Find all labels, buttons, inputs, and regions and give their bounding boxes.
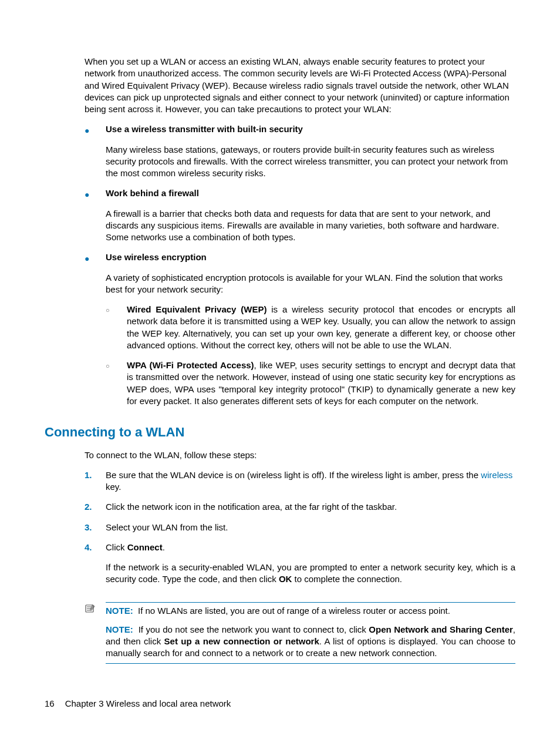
- step-number: 2.: [85, 501, 106, 513]
- intro-paragraph: When you set up a WLAN or access an exis…: [85, 56, 515, 115]
- sub-item-body: Wired Equivalent Privacy (WEP) is a wire…: [127, 304, 515, 351]
- step-body: Select your WLAN from the list.: [106, 522, 515, 533]
- list-item: 4. Click Connect. If the network is a se…: [85, 542, 515, 594]
- sub-item-bold: WPA (Wi-Fi Protected Access): [127, 360, 254, 370]
- list-item: ○ WPA (Wi-Fi Protected Access), like WEP…: [106, 359, 515, 407]
- section-heading: Connecting to a WLAN: [45, 424, 515, 441]
- step-number: 3.: [85, 522, 106, 533]
- step1-post: key.: [106, 482, 121, 492]
- note-content: NOTE: If no WLANs are listed, you are ou…: [106, 602, 515, 664]
- connect-label: Connect: [127, 542, 163, 552]
- note2-pre: If you do not see the network you want t…: [139, 624, 369, 634]
- list-item: ● Use wireless encryption A variety of s…: [85, 251, 515, 407]
- bullet-title: Use a wireless transmitter with built-in…: [106, 123, 515, 135]
- bullet-title: Work behind a firewall: [106, 187, 515, 199]
- step1-pre: Be sure that the WLAN device is on (wire…: [106, 470, 481, 480]
- circle-bullet-icon: ○: [106, 359, 127, 407]
- step-number: 4.: [85, 542, 106, 594]
- list-item: ● Use a wireless transmitter with built-…: [85, 123, 515, 179]
- document-page: When you set up a WLAN or access an exis…: [0, 0, 560, 746]
- list-item: 2. Click the network icon in the notific…: [85, 501, 515, 513]
- list-item: 3. Select your WLAN from the list.: [85, 522, 515, 533]
- bullet-content: Use wireless encryption A variety of sop…: [106, 251, 515, 407]
- ok-label: OK: [279, 574, 292, 584]
- bullet-content: Use a wireless transmitter with built-in…: [106, 123, 515, 179]
- step-body: Click the network icon in the notificati…: [106, 501, 515, 513]
- step-number: 1.: [85, 469, 106, 493]
- note-label: NOTE:: [106, 606, 133, 616]
- step4-extra-post: to complete the connection.: [292, 574, 402, 584]
- sub-item-body: WPA (Wi-Fi Protected Access), like WEP, …: [127, 359, 515, 407]
- bullet-body-text: A firewall is a barrier that checks both…: [106, 208, 515, 244]
- list-item: ○ Wired Equivalent Privacy (WEP) is a wi…: [106, 304, 515, 351]
- intro-text: When you set up a WLAN or access an exis…: [85, 56, 515, 115]
- note1-text: If no WLANs are listed, you are out of r…: [138, 606, 450, 616]
- note-label: NOTE:: [106, 624, 133, 634]
- bullet-title: Use wireless encryption: [106, 251, 515, 263]
- note-2: NOTE: If you do not see the network you …: [106, 624, 515, 660]
- step4-pre: Click: [106, 542, 127, 552]
- list-item: 1. Be sure that the WLAN device is on (w…: [85, 469, 515, 493]
- step4-post: .: [163, 542, 165, 552]
- page-number: 16: [45, 698, 55, 710]
- encryption-sublist: ○ Wired Equivalent Privacy (WEP) is a wi…: [106, 304, 515, 407]
- security-bullet-list: ● Use a wireless transmitter with built-…: [85, 123, 515, 407]
- note-icon: [85, 602, 106, 618]
- step-body: Be sure that the WLAN device is on (wire…: [106, 469, 515, 493]
- section-intro: To connect to the WLAN, follow these ste…: [85, 449, 515, 461]
- bullet-content: Work behind a firewall A firewall is a b…: [106, 187, 515, 243]
- chapter-label: Chapter 3 Wireless and local area networ…: [65, 698, 231, 708]
- bullet-body-text: Many wireless base stations, gateways, o…: [106, 144, 515, 180]
- steps-list: 1. Be sure that the WLAN device is on (w…: [85, 469, 515, 594]
- page-footer: 16Chapter 3 Wireless and local area netw…: [45, 698, 231, 710]
- bullet-icon: ●: [85, 123, 106, 179]
- bullet-icon: ●: [85, 251, 106, 407]
- note-block: NOTE: If no WLANs are listed, you are ou…: [85, 602, 515, 664]
- open-network-label: Open Network and Sharing Center: [369, 624, 512, 634]
- setup-connection-label: Set up a new connection or network: [164, 636, 319, 646]
- sub-item-bold: Wired Equivalent Privacy (WEP): [127, 304, 266, 314]
- list-item: ● Work behind a firewall A firewall is a…: [85, 187, 515, 243]
- bullet-icon: ●: [85, 187, 106, 243]
- note-1: NOTE: If no WLANs are listed, you are ou…: [106, 605, 515, 617]
- circle-bullet-icon: ○: [106, 304, 127, 351]
- bullet-body-text: A variety of sophisticated encryption pr…: [106, 272, 515, 296]
- step-body: Click Connect. If the network is a secur…: [106, 542, 515, 594]
- step4-extra: If the network is a security-enabled WLA…: [106, 562, 515, 586]
- section-intro-text: To connect to the WLAN, follow these ste…: [85, 449, 515, 461]
- wireless-link[interactable]: wireless: [481, 470, 512, 480]
